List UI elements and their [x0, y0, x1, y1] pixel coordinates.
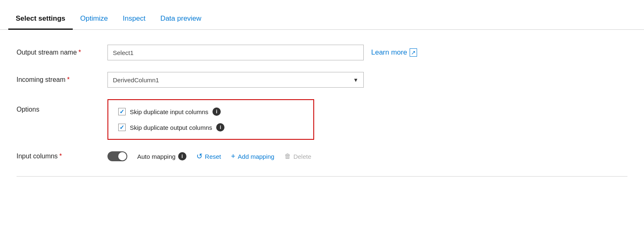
add-mapping-label: Add mapping — [238, 153, 274, 160]
skip-dup-output-info-icon[interactable]: i — [216, 123, 224, 131]
skip-dup-output-row: Skip duplicate output columns i — [118, 123, 303, 131]
input-col-controls-group: Auto mapping i ↺ Reset + Add mapping — [107, 151, 311, 161]
required-star-output: * — [79, 49, 81, 56]
incoming-stream-control: DerivedColumn1 ▼ — [107, 72, 627, 88]
input-columns-controls: Auto mapping i ↺ Reset + Add mapping — [107, 151, 627, 161]
options-box: Skip duplicate input columns i Skip dupl… — [107, 99, 314, 140]
options-label: Options — [17, 99, 107, 113]
incoming-stream-label: Incoming stream * — [17, 76, 107, 84]
skip-dup-input-checkbox[interactable] — [118, 108, 126, 115]
output-stream-name-label: Output stream name * — [17, 49, 107, 56]
required-star-incoming: * — [67, 76, 69, 84]
incoming-stream-dropdown[interactable]: DerivedColumn1 ▼ — [107, 72, 364, 88]
skip-dup-output-label: Skip duplicate output columns — [130, 124, 212, 131]
delete-icon: 🗑 — [284, 153, 291, 160]
auto-mapping-info-icon[interactable]: i — [178, 152, 186, 160]
tab-optimize[interactable]: Optimize — [73, 14, 115, 30]
options-control: Skip duplicate input columns i Skip dupl… — [107, 99, 627, 140]
delete-label: Delete — [293, 153, 311, 160]
add-icon: + — [231, 152, 236, 161]
tab-select-settings[interactable]: Select settings — [8, 14, 73, 30]
skip-dup-input-info-icon[interactable]: i — [212, 108, 221, 116]
skip-dup-input-label: Skip duplicate input columns — [130, 108, 208, 115]
tab-data-preview[interactable]: Data preview — [153, 14, 209, 30]
auto-mapping-label-group: Auto mapping i — [137, 152, 186, 160]
skip-dup-input-row: Skip duplicate input columns i — [118, 108, 303, 116]
toggle-knob — [118, 152, 126, 160]
toggle-track — [107, 151, 127, 161]
content-area: Output stream name * Learn more ↗ Incomi… — [0, 30, 644, 189]
external-link-icon: ↗ — [410, 48, 417, 57]
reset-icon: ↺ — [196, 152, 203, 161]
dropdown-arrow-icon: ▼ — [353, 77, 358, 83]
main-container: Select settings Optimize Inspect Data pr… — [0, 0, 644, 227]
auto-mapping-toggle[interactable] — [107, 151, 127, 161]
input-columns-label: Input columns * — [17, 153, 107, 160]
output-stream-name-row: Output stream name * Learn more ↗ — [17, 45, 627, 60]
delete-button[interactable]: 🗑 Delete — [284, 153, 311, 160]
output-stream-name-control: Learn more ↗ — [107, 45, 627, 60]
tab-inspect[interactable]: Inspect — [115, 14, 153, 30]
bottom-divider — [17, 176, 627, 177]
tab-bar: Select settings Optimize Inspect Data pr… — [0, 0, 644, 30]
add-mapping-button[interactable]: + Add mapping — [231, 152, 274, 161]
output-stream-name-input[interactable] — [107, 45, 364, 60]
reset-label: Reset — [205, 153, 221, 160]
skip-dup-output-checkbox[interactable] — [118, 124, 126, 131]
options-row: Options Skip duplicate input columns i S… — [17, 99, 627, 140]
incoming-stream-row: Incoming stream * DerivedColumn1 ▼ — [17, 72, 627, 88]
incoming-stream-value: DerivedColumn1 — [113, 76, 159, 84]
auto-mapping-text: Auto mapping — [137, 153, 176, 160]
learn-more-link[interactable]: Learn more ↗ — [371, 48, 417, 57]
input-columns-row: Input columns * Auto mapping i — [17, 151, 627, 161]
reset-button[interactable]: ↺ Reset — [196, 152, 221, 161]
required-star-input-columns: * — [60, 153, 62, 160]
